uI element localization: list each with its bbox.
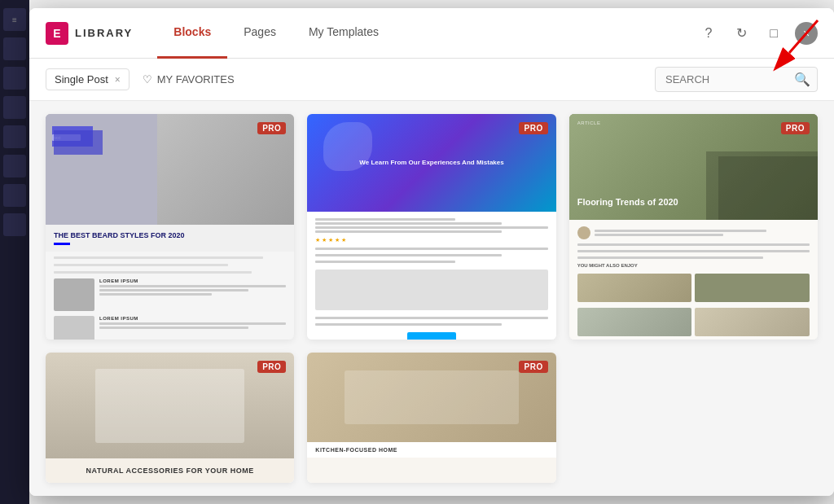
text-line [315,248,547,250]
template-card-beard[interactable]: PRO text THE BEST BEARD STYLES FOR 2020 [46,114,294,340]
card1-title-section: THE BEST BEARD STYLES FOR 2020 [46,225,294,252]
refresh-button[interactable]: ↻ [730,22,753,45]
card2-stars: ★ ★ ★ ★ ★ [315,237,547,243]
card1-section-label-1: LOREM IPSUM [99,278,286,283]
text-line [315,230,501,233]
card1-section-label-2: LOREM IPSUM [99,316,286,321]
star-icon-5: ★ [341,237,346,243]
star-icon-4: ★ [335,237,340,243]
search-box[interactable]: 🔍 [655,67,818,92]
tab-my-templates[interactable]: My Templates [292,8,395,59]
pro-badge: PRO [519,361,547,373]
card4-preview: NATURAL ACCESSORIES FOR YOUR HOME [46,353,294,483]
card3-category-label: Article [577,121,601,125]
sidebar: ≡ [0,0,29,504]
card1-section-text-2: LOREM IPSUM [99,316,286,329]
sidebar-icon-6[interactable] [3,184,26,207]
sidebar-icon-3[interactable] [3,96,26,119]
card1-body: LOREM IPSUM LOREM IPSUM [46,252,294,340]
text-line [315,222,501,225]
library-modal: E LIBRARY Blocks Pages My Templates ? ↻ … [29,8,834,496]
template-card-kitchen[interactable]: PRO KITCHEN-FOCUSED HOME [307,353,555,483]
pro-badge: PRO [257,122,286,134]
template-card-blog[interactable]: PRO We Learn From Our Experiences And Mi… [307,114,555,340]
text-line [315,261,454,263]
text-line [315,254,501,256]
filter-bar: Single Post × ♡ MY FAVORITES 🔍 [29,59,834,101]
card2-body: ★ ★ ★ ★ ★ [307,212,555,340]
star-icon-3: ★ [328,237,333,243]
card4-label: NATURAL ACCESSORIES FOR YOUR HOME [86,467,254,475]
card3-title: Flooring Trends of 2020 [577,197,678,208]
pro-badge: PRO [257,361,286,373]
category-clear-button[interactable]: × [115,74,121,85]
card1-section-lines-2 [99,322,286,329]
help-button[interactable]: ? [697,22,720,45]
text-line [99,285,286,287]
star-icon-1: ★ [315,237,320,243]
template-card-flooring[interactable]: PRO Article Flooring Trends of 2020 [569,114,818,340]
modal-title: LIBRARY [75,27,133,39]
pro-badge: PRO [781,122,810,134]
card3-2col-images-2 [577,308,810,336]
elementor-logo-icon: E [46,22,68,45]
card3-preview: Article Flooring Trends of 2020 [569,114,818,340]
card3-section-1: You might also enjoy [577,263,810,268]
card3-avatar-row [577,226,810,239]
card1-section-1: LOREM IPSUM [54,278,286,311]
text-line [315,317,547,319]
tab-blocks[interactable]: Blocks [157,8,227,59]
card3-section-title-1: You might also enjoy [577,263,810,268]
search-input[interactable] [665,73,788,85]
close-button[interactable]: × [795,22,818,45]
card2-main-image [315,270,547,310]
sidebar-icon-menu[interactable]: ≡ [3,8,26,31]
card1-section-img-2 [54,316,94,340]
card3-img-3 [695,308,810,336]
header-actions: ? ↻ □ × [697,22,818,45]
card2-hero-title: We Learn From Our Experiences And Mistak… [359,159,503,167]
tab-bar: Blocks Pages My Templates [157,8,697,59]
text-line [577,250,810,252]
card3-img-2 [577,308,692,336]
category-dropdown[interactable]: Single Post × [46,68,129,90]
sidebar-icon-1[interactable] [3,37,26,60]
card3-2col-images [577,274,810,302]
modal-header: E LIBRARY Blocks Pages My Templates ? ↻ … [29,8,834,59]
card1-blue-bar [54,243,70,245]
card2-cta-button [407,332,456,340]
text-line [595,234,724,236]
card3-body: You might also enjoy [569,220,818,340]
card5-bottom: KITCHEN-FOCUSED HOME [307,442,555,458]
card1-section-lines-1 [99,285,286,296]
star-icon-2: ★ [322,237,327,243]
sidebar-icon-2[interactable] [3,67,26,90]
header-logo: E LIBRARY [46,22,133,45]
text-line [99,322,286,325]
card2-preview: We Learn From Our Experiences And Mistak… [307,114,555,340]
pro-badge: PRO [519,122,547,134]
tab-pages[interactable]: Pages [227,8,292,59]
text-line [595,230,766,232]
card3-img-1 [577,274,692,302]
text-line [577,243,810,246]
card4-title: NATURAL ACCESSORIES FOR YOUR HOME [86,467,254,475]
card3-avatar [577,226,590,239]
heart-icon: ♡ [143,73,152,85]
save-button[interactable]: □ [762,22,785,45]
card1-hero-left: text [46,114,157,225]
template-card-natural[interactable]: PRO NATURAL ACCESSORIES FOR YOUR HOME [46,353,294,483]
card2-hero-text: We Learn From Our Experiences And Mistak… [359,159,503,167]
search-icon: 🔍 [794,72,810,87]
card3-accent-block [695,274,810,302]
text-line [99,289,248,291]
sidebar-icon-4[interactable] [3,125,26,148]
text-line [577,256,763,259]
sidebar-icon-5[interactable] [3,155,26,177]
favorites-button[interactable]: ♡ MY FAVORITES [143,73,235,85]
text-line [315,218,454,221]
card1-title: THE BEST BEARD STYLES FOR 2020 [54,231,286,240]
sidebar-icon-7[interactable] [3,213,26,236]
text-line [99,327,248,329]
card1-preview: text THE BEST BEARD STYLES FOR 2020 [46,114,294,340]
